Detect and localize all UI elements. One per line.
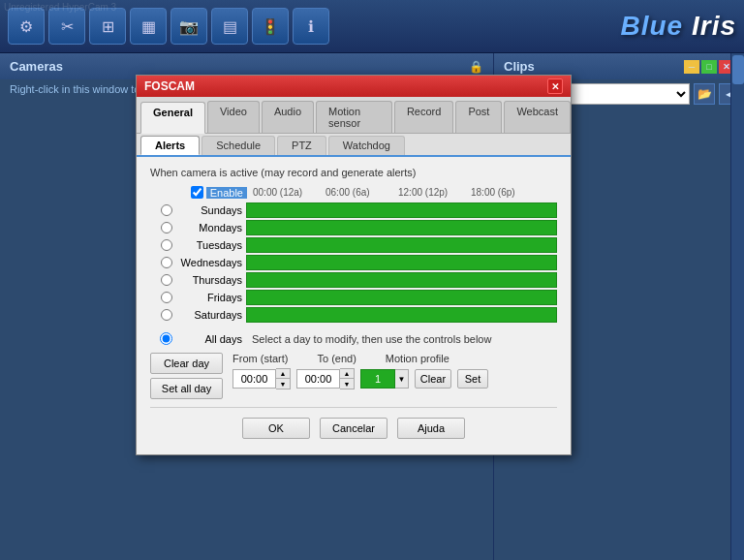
- to-spin-down[interactable]: ▼: [340, 379, 354, 389]
- app-logo: Blue Iris: [621, 11, 737, 42]
- from-to-area: From (start) To (end) Motion profile ▲ ▼: [232, 353, 488, 389]
- thursdays-label: Thursdays: [176, 274, 242, 286]
- clips-maximize-btn[interactable]: □: [701, 60, 717, 74]
- all-days-radio-group: All days: [150, 332, 242, 345]
- tab-video[interactable]: Video: [207, 101, 260, 133]
- set-all-day-button[interactable]: Set all day: [150, 378, 223, 399]
- schedule-row-saturdays: Saturdays: [150, 307, 557, 323]
- scrollbar-thumb[interactable]: [732, 55, 744, 84]
- fridays-bar[interactable]: [246, 290, 557, 305]
- tab-post[interactable]: Post: [455, 101, 502, 133]
- motion-profile-group: ▼: [360, 369, 409, 389]
- chart-icon[interactable]: ▦: [130, 8, 167, 45]
- top-bar: ⚙ ✂ ⊞ ▦ 📷 ▤ 🚦 ℹ Blue Iris: [0, 0, 744, 53]
- schedule-grid: Sundays Mondays Tues: [150, 202, 557, 323]
- cameras-lock-btn[interactable]: 🔒: [469, 60, 483, 74]
- grid-icon[interactable]: ⊞: [89, 8, 126, 45]
- clear-day-button[interactable]: Clear day: [150, 353, 223, 374]
- from-spin-down[interactable]: ▼: [276, 379, 290, 389]
- fridays-radio-group: Fridays: [150, 292, 242, 303]
- tab-general[interactable]: General: [140, 102, 205, 134]
- fridays-radio[interactable]: [161, 292, 172, 303]
- help-button[interactable]: Ajuda: [397, 418, 465, 439]
- sundays-bar[interactable]: [246, 202, 557, 218]
- clips-folder-btn[interactable]: 📂: [694, 83, 715, 105]
- tools-icon[interactable]: ✂: [48, 8, 85, 45]
- schedule-row-sundays: Sundays: [150, 202, 557, 218]
- time-label-2: 12:00 (12p): [398, 187, 471, 198]
- sub-tab-alerts[interactable]: Alerts: [140, 136, 200, 155]
- tuesdays-radio[interactable]: [161, 239, 172, 251]
- schedule-row-fridays: Fridays: [150, 290, 557, 305]
- clear-button[interactable]: Clear: [415, 369, 451, 389]
- sub-tab-ptz[interactable]: PTZ: [277, 136, 326, 155]
- film-icon[interactable]: ▤: [211, 8, 248, 45]
- traffic-icon[interactable]: 🚦: [252, 8, 289, 45]
- scrollbar[interactable]: [730, 53, 744, 560]
- schedule-row-wednesdays: Wednesdays: [150, 255, 557, 270]
- saturdays-bar[interactable]: [246, 307, 557, 323]
- ok-button[interactable]: OK: [242, 418, 310, 439]
- from-to-labels: From (start) To (end) Motion profile: [232, 353, 488, 364]
- from-spin-up[interactable]: ▲: [276, 369, 290, 379]
- info-icon[interactable]: ℹ: [293, 8, 329, 45]
- dialog-close-btn[interactable]: ✕: [547, 78, 563, 94]
- time-labels: 00:00 (12a) 06:00 (6a) 12:00 (12p) 18:00…: [253, 187, 541, 198]
- to-spin: ▲ ▼: [340, 368, 355, 389]
- enable-checkbox[interactable]: [191, 186, 203, 199]
- to-spin-up[interactable]: ▲: [340, 369, 354, 379]
- cancel-button[interactable]: Cancelar: [320, 418, 388, 439]
- saturdays-radio[interactable]: [161, 309, 172, 321]
- clips-minimize-btn[interactable]: ─: [684, 60, 699, 74]
- from-spin: ▲ ▼: [276, 368, 291, 389]
- to-input-group: ▲ ▼: [296, 368, 355, 389]
- set-button[interactable]: Set: [457, 369, 488, 389]
- tab-motion-sensor[interactable]: Motion sensor: [316, 101, 392, 133]
- tab-record[interactable]: Record: [394, 101, 453, 133]
- toolbar: ⚙ ✂ ⊞ ▦ 📷 ▤ 🚦 ℹ: [8, 8, 329, 45]
- to-input[interactable]: [296, 369, 340, 389]
- sundays-label: Sundays: [176, 204, 242, 216]
- all-days-radio[interactable]: [160, 332, 172, 345]
- thursdays-radio[interactable]: [161, 274, 172, 286]
- from-input[interactable]: [232, 369, 276, 389]
- fridays-label: Fridays: [176, 292, 242, 303]
- all-days-row: All days Select a day to modify, then us…: [150, 332, 557, 345]
- cameras-panel: Cameras 🔒 Right-click in this window to …: [0, 53, 494, 560]
- mondays-radio[interactable]: [161, 222, 172, 233]
- motion-profile-dropdown[interactable]: ▼: [395, 369, 409, 389]
- clips-header-btns: ─ □ ✕: [684, 60, 734, 74]
- camera-icon[interactable]: 📷: [170, 8, 207, 45]
- sub-tab-watchdog[interactable]: Watchdog: [328, 136, 405, 155]
- main-area: Cameras 🔒 Right-click in this window to …: [0, 53, 744, 560]
- clips-title: Clips: [504, 59, 535, 74]
- saturdays-radio-group: Saturdays: [150, 309, 242, 321]
- mondays-label: Mondays: [176, 222, 242, 233]
- saturdays-label: Saturdays: [176, 309, 242, 321]
- mondays-bar[interactable]: [246, 220, 557, 235]
- dialog-titlebar: FOSCAM ✕: [137, 76, 571, 97]
- from-input-group: ▲ ▼: [232, 368, 291, 389]
- tuesdays-bar[interactable]: [246, 237, 557, 253]
- wednesdays-bar[interactable]: [246, 255, 557, 270]
- time-label-1: 06:00 (6a): [326, 187, 398, 198]
- sub-tab-schedule[interactable]: Schedule: [202, 136, 275, 155]
- thursdays-bar[interactable]: [246, 272, 557, 288]
- wednesdays-label: Wednesdays: [176, 257, 242, 268]
- from-label: From (start): [232, 353, 288, 364]
- enable-label: Enable: [206, 187, 247, 199]
- wednesdays-radio[interactable]: [161, 257, 172, 268]
- sundays-radio[interactable]: [161, 204, 172, 216]
- cameras-title: Cameras: [10, 59, 63, 74]
- sub-tabs: Alerts Schedule PTZ Watchdog: [137, 134, 571, 157]
- sundays-radio-group: Sundays: [150, 204, 242, 216]
- dialog-title: FOSCAM: [144, 79, 195, 93]
- time-label-0: 00:00 (12a): [253, 187, 326, 198]
- tab-audio[interactable]: Audio: [262, 101, 314, 133]
- tab-webcast[interactable]: Webcast: [504, 101, 571, 133]
- settings-icon[interactable]: ⚙: [8, 8, 45, 45]
- schedule-row-thursdays: Thursdays: [150, 272, 557, 288]
- motion-profile-input[interactable]: [360, 369, 395, 389]
- mondays-radio-group: Mondays: [150, 222, 242, 233]
- active-hint: When camera is active (may record and ge…: [150, 167, 557, 178]
